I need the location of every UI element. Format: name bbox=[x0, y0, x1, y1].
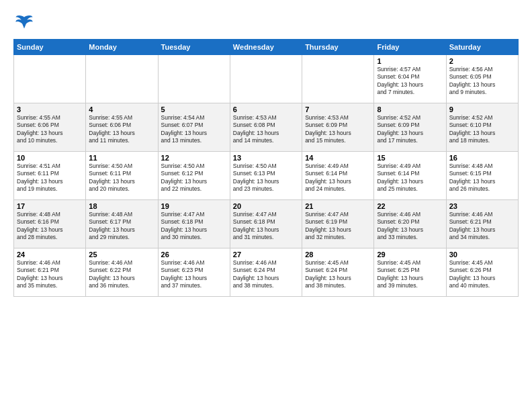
calendar-cell: 27Sunrise: 4:46 AM Sunset: 6:24 PM Dayli… bbox=[230, 248, 302, 297]
col-header-wednesday: Wednesday bbox=[230, 40, 302, 55]
day-info: Sunrise: 4:47 AM Sunset: 6:18 PM Dayligh… bbox=[161, 211, 227, 242]
day-info: Sunrise: 4:56 AM Sunset: 6:05 PM Dayligh… bbox=[449, 66, 515, 97]
day-info: Sunrise: 4:50 AM Sunset: 6:12 PM Dayligh… bbox=[161, 163, 227, 193]
day-number: 18 bbox=[89, 202, 154, 210]
week-row-3: 17Sunrise: 4:48 AM Sunset: 6:16 PM Dayli… bbox=[14, 200, 519, 248]
calendar-cell: 6Sunrise: 4:53 AM Sunset: 6:08 PM Daylig… bbox=[230, 103, 302, 152]
calendar-cell: 2Sunrise: 4:56 AM Sunset: 6:05 PM Daylig… bbox=[446, 55, 518, 103]
calendar-cell: 28Sunrise: 4:45 AM Sunset: 6:24 PM Dayli… bbox=[302, 248, 374, 297]
col-header-sunday: Sunday bbox=[14, 40, 86, 55]
calendar-cell: 17Sunrise: 4:48 AM Sunset: 6:16 PM Dayli… bbox=[14, 200, 86, 248]
day-number: 5 bbox=[161, 105, 227, 113]
calendar-cell: 7Sunrise: 4:53 AM Sunset: 6:09 PM Daylig… bbox=[302, 103, 374, 152]
day-info: Sunrise: 4:51 AM Sunset: 6:11 PM Dayligh… bbox=[17, 163, 83, 193]
day-info: Sunrise: 4:47 AM Sunset: 6:18 PM Dayligh… bbox=[233, 211, 299, 242]
calendar-cell: 20Sunrise: 4:47 AM Sunset: 6:18 PM Dayli… bbox=[230, 200, 302, 248]
day-number: 2 bbox=[449, 57, 515, 65]
calendar-cell: 4Sunrise: 4:55 AM Sunset: 6:06 PM Daylig… bbox=[86, 103, 158, 152]
calendar-cell: 29Sunrise: 4:45 AM Sunset: 6:25 PM Dayli… bbox=[374, 248, 446, 297]
logo-bird-icon bbox=[15, 13, 34, 32]
day-number: 26 bbox=[161, 250, 227, 259]
day-number: 27 bbox=[233, 250, 299, 259]
calendar-cell: 26Sunrise: 4:46 AM Sunset: 6:23 PM Dayli… bbox=[158, 248, 230, 297]
day-number: 8 bbox=[377, 105, 443, 113]
day-number: 14 bbox=[305, 154, 371, 162]
calendar-cell: 24Sunrise: 4:46 AM Sunset: 6:21 PM Dayli… bbox=[14, 248, 86, 297]
calendar-cell: 11Sunrise: 4:50 AM Sunset: 6:11 PM Dayli… bbox=[86, 152, 158, 200]
calendar-cell: 8Sunrise: 4:52 AM Sunset: 6:09 PM Daylig… bbox=[374, 103, 446, 152]
calendar-cell: 13Sunrise: 4:50 AM Sunset: 6:13 PM Dayli… bbox=[230, 152, 302, 200]
day-info: Sunrise: 4:46 AM Sunset: 6:22 PM Dayligh… bbox=[89, 259, 154, 290]
day-number: 17 bbox=[17, 202, 83, 210]
day-number: 15 bbox=[377, 154, 443, 162]
day-number: 28 bbox=[305, 250, 371, 259]
day-number: 19 bbox=[161, 202, 227, 210]
day-number: 1 bbox=[377, 57, 443, 65]
col-header-friday: Friday bbox=[374, 40, 446, 55]
day-info: Sunrise: 4:52 AM Sunset: 6:09 PM Dayligh… bbox=[377, 114, 443, 145]
calendar-cell: 19Sunrise: 4:47 AM Sunset: 6:18 PM Dayli… bbox=[158, 200, 230, 248]
calendar-cell bbox=[230, 55, 302, 103]
day-info: Sunrise: 4:54 AM Sunset: 6:07 PM Dayligh… bbox=[161, 114, 227, 145]
day-info: Sunrise: 4:46 AM Sunset: 6:21 PM Dayligh… bbox=[17, 259, 83, 290]
day-info: Sunrise: 4:52 AM Sunset: 6:10 PM Dayligh… bbox=[449, 114, 515, 145]
col-header-monday: Monday bbox=[86, 40, 158, 55]
week-row-1: 3Sunrise: 4:55 AM Sunset: 6:06 PM Daylig… bbox=[14, 103, 519, 152]
day-info: Sunrise: 4:50 AM Sunset: 6:13 PM Dayligh… bbox=[233, 163, 299, 193]
calendar-cell bbox=[302, 55, 374, 103]
day-number: 10 bbox=[17, 154, 83, 162]
calendar-table: SundayMondayTuesdayWednesdayThursdayFrid… bbox=[13, 39, 519, 297]
calendar-cell: 9Sunrise: 4:52 AM Sunset: 6:10 PM Daylig… bbox=[446, 103, 518, 152]
day-number: 4 bbox=[89, 105, 154, 113]
day-info: Sunrise: 4:46 AM Sunset: 6:21 PM Dayligh… bbox=[449, 211, 515, 242]
day-number: 6 bbox=[233, 105, 299, 113]
calendar-cell: 10Sunrise: 4:51 AM Sunset: 6:11 PM Dayli… bbox=[14, 152, 86, 200]
day-number: 24 bbox=[17, 250, 83, 259]
day-info: Sunrise: 4:48 AM Sunset: 6:17 PM Dayligh… bbox=[89, 211, 154, 242]
calendar-cell: 15Sunrise: 4:49 AM Sunset: 6:14 PM Dayli… bbox=[374, 152, 446, 200]
day-info: Sunrise: 4:46 AM Sunset: 6:20 PM Dayligh… bbox=[377, 211, 443, 242]
day-info: Sunrise: 4:46 AM Sunset: 6:24 PM Dayligh… bbox=[233, 259, 299, 290]
calendar-cell: 22Sunrise: 4:46 AM Sunset: 6:20 PM Dayli… bbox=[374, 200, 446, 248]
day-number: 12 bbox=[161, 154, 227, 162]
calendar-cell: 14Sunrise: 4:49 AM Sunset: 6:14 PM Dayli… bbox=[302, 152, 374, 200]
day-info: Sunrise: 4:48 AM Sunset: 6:16 PM Dayligh… bbox=[17, 211, 83, 242]
day-number: 16 bbox=[449, 154, 515, 162]
calendar-cell: 21Sunrise: 4:47 AM Sunset: 6:19 PM Dayli… bbox=[302, 200, 374, 248]
calendar-cell: 12Sunrise: 4:50 AM Sunset: 6:12 PM Dayli… bbox=[158, 152, 230, 200]
day-info: Sunrise: 4:45 AM Sunset: 6:24 PM Dayligh… bbox=[305, 259, 371, 290]
calendar-cell: 5Sunrise: 4:54 AM Sunset: 6:07 PM Daylig… bbox=[158, 103, 230, 152]
calendar-cell: 3Sunrise: 4:55 AM Sunset: 6:06 PM Daylig… bbox=[14, 103, 86, 152]
week-row-2: 10Sunrise: 4:51 AM Sunset: 6:11 PM Dayli… bbox=[14, 152, 519, 200]
page: SundayMondayTuesdayWednesdayThursdayFrid… bbox=[0, 0, 532, 304]
day-info: Sunrise: 4:46 AM Sunset: 6:23 PM Dayligh… bbox=[161, 259, 227, 290]
day-info: Sunrise: 4:49 AM Sunset: 6:14 PM Dayligh… bbox=[305, 163, 371, 193]
day-info: Sunrise: 4:55 AM Sunset: 6:06 PM Dayligh… bbox=[17, 114, 83, 145]
day-info: Sunrise: 4:45 AM Sunset: 6:25 PM Dayligh… bbox=[377, 259, 443, 290]
calendar-cell: 23Sunrise: 4:46 AM Sunset: 6:21 PM Dayli… bbox=[446, 200, 518, 248]
col-header-saturday: Saturday bbox=[446, 40, 518, 55]
calendar-cell bbox=[86, 55, 158, 103]
week-row-4: 24Sunrise: 4:46 AM Sunset: 6:21 PM Dayli… bbox=[14, 248, 519, 297]
day-number: 23 bbox=[449, 202, 515, 210]
logo bbox=[13, 13, 34, 32]
day-number: 7 bbox=[305, 105, 371, 113]
day-number: 29 bbox=[377, 250, 443, 259]
calendar-cell bbox=[158, 55, 230, 103]
calendar-cell: 25Sunrise: 4:46 AM Sunset: 6:22 PM Dayli… bbox=[86, 248, 158, 297]
col-header-tuesday: Tuesday bbox=[158, 40, 230, 55]
calendar-cell: 1Sunrise: 4:57 AM Sunset: 6:04 PM Daylig… bbox=[374, 55, 446, 103]
day-info: Sunrise: 4:55 AM Sunset: 6:06 PM Dayligh… bbox=[89, 114, 154, 145]
day-number: 30 bbox=[449, 250, 515, 259]
day-info: Sunrise: 4:53 AM Sunset: 6:08 PM Dayligh… bbox=[233, 114, 299, 145]
day-info: Sunrise: 4:53 AM Sunset: 6:09 PM Dayligh… bbox=[305, 114, 371, 145]
day-number: 25 bbox=[89, 250, 154, 259]
day-number: 20 bbox=[233, 202, 299, 210]
day-number: 13 bbox=[233, 154, 299, 162]
calendar-cell: 16Sunrise: 4:48 AM Sunset: 6:15 PM Dayli… bbox=[446, 152, 518, 200]
day-info: Sunrise: 4:50 AM Sunset: 6:11 PM Dayligh… bbox=[89, 163, 154, 193]
day-number: 11 bbox=[89, 154, 154, 162]
calendar-cell bbox=[14, 55, 86, 103]
header bbox=[13, 11, 519, 32]
day-info: Sunrise: 4:45 AM Sunset: 6:26 PM Dayligh… bbox=[449, 259, 515, 290]
